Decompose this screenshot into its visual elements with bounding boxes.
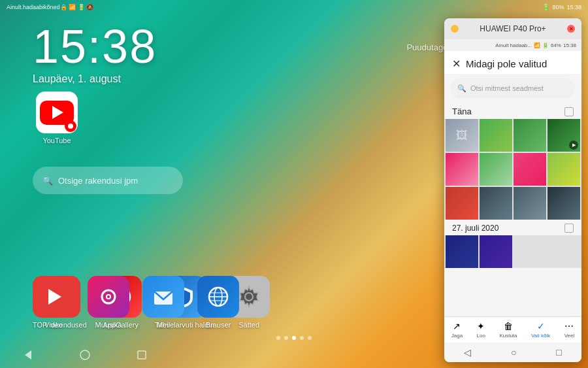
date-photo-grid [444,235,581,268]
panel-battery-icon: 🔋 [542,42,549,48]
youtube-badge [65,120,76,132]
photo-cell-8[interactable] [547,153,580,186]
panel-minimize-button[interactable] [451,25,459,33]
home-icon [79,349,91,361]
panel-select-all-button[interactable]: ✓ Vali kõik [531,321,550,339]
video-icon [33,276,74,318]
youtube-label: YouTube [42,137,71,144]
more-icon: ⋯ [564,321,574,331]
share-label: Jaga [451,333,463,339]
photo-cell-10[interactable] [480,187,512,220]
status-bar-right: 🔋 80% 15:38 [542,4,581,10]
panel-more-button[interactable]: ⋯ Veel [564,321,575,339]
page-dot-5[interactable] [308,336,312,340]
photo-cell-5[interactable] [446,153,478,186]
app-youtube[interactable]: YouTube [36,92,78,144]
page-dot-2[interactable] [284,336,288,340]
svg-point-10 [107,295,110,298]
panel-recents-button[interactable]: □ [556,347,561,358]
delete-icon: 🗑 [504,321,513,331]
panel-search[interactable]: 🔍 Otsi mitmest seadmest [451,78,575,99]
photo-cell-1[interactable]: 🖼 [446,119,478,152]
clock-area: 15:38 Laupäev, 1. august [33,20,157,85]
video-indicator: ▶ [569,141,578,150]
panel-photo-grid: 🖼 ▶ [444,119,581,220]
date-photo-1[interactable] [446,235,478,268]
app-brauser[interactable]: Brauser [197,276,239,329]
svg-marker-7 [48,289,61,305]
panel-bottom-toolbar: ↗ Jaga ✦ Loo 🗑 Kustuta ✓ Vali kõik ⋯ Vee… [444,316,581,343]
app-muusika[interactable]: Muusika [88,276,129,329]
recents-icon [136,349,148,361]
page-dots [276,336,312,340]
panel-create-button[interactable]: ✦ Loo [477,321,485,339]
panel: HUAWEI P40 Pro+ ✕ Ainult hadaab... 📶 🔋 6… [444,18,581,362]
photo-cell-12[interactable] [547,187,580,220]
browser-svg [205,284,231,310]
photo-cell-7[interactable] [514,153,546,186]
page-dot-3[interactable] [292,336,296,340]
photo-cell-4[interactable]: ▶ [547,119,580,152]
select-all-label: Vali kõik [531,333,550,339]
panel-title-text: HUAWEI P40 Pro+ [459,24,567,33]
page-dot-1[interactable] [276,336,280,340]
panel-date-label: 27. juuli 2020 [452,224,498,233]
panel-status-text: Ainult hadaab... [495,42,532,48]
app-video[interactable]: Video [33,276,74,329]
panel-close-x-button[interactable]: ✕ [452,58,461,70]
date-photo-3[interactable] [514,235,546,268]
page-dot-4[interactable] [300,336,304,340]
panel-nav-bar: ◁ ○ □ [444,343,581,362]
app-meil[interactable]: Meil [142,276,184,329]
panel-home-button[interactable]: ○ [511,347,516,358]
date-checkbox[interactable] [564,224,574,233]
panel-section-today: Täna [452,107,472,116]
video-label: Video [44,321,63,329]
panel-search-placeholder: Otsi mitmest seadmest [470,84,544,92]
home-button[interactable] [77,347,93,363]
panel-no-selection-text: Midagi pole valitud [466,58,547,69]
back-button[interactable] [20,347,36,363]
gear-svg [236,284,262,310]
panel-delete-button[interactable]: 🗑 Kustuta [499,321,517,339]
status-time: 15:38 [566,4,581,10]
more-label: Veel [564,333,575,339]
app-icons-top: YouTube [36,92,78,144]
panel-search-icon: 🔍 [457,84,466,93]
panel-status-time: 15:38 [563,42,576,48]
date-photo-2[interactable] [480,235,512,268]
photo-cell-11[interactable] [514,187,546,220]
photo-cell-9[interactable] [446,187,478,220]
battery-icon: 🔋 [542,4,549,10]
select-all-icon: ✓ [537,321,545,331]
date-photo-4[interactable] [547,235,580,268]
meil-label: Meil [157,321,170,329]
youtube-badge-inner [68,124,73,129]
photo-cell-2[interactable] [480,119,512,152]
satted-label: Sätted [238,321,259,329]
brauser-label: Brauser [206,321,231,329]
panel-back-button[interactable]: ◁ [464,347,471,358]
search-bar[interactable]: 🔍 Otsige rakendusi jpm [33,167,183,194]
status-bar-left: Ainult.hadaabikõned🔒 📶 🔋 🔕 [7,4,542,10]
create-icon: ✦ [477,321,485,331]
recents-button[interactable] [134,347,150,363]
mail-svg [150,284,176,310]
today-checkbox[interactable] [564,107,574,116]
battery-percent: 80% [552,4,564,10]
muusika-label: Muusika [95,321,122,329]
panel-share-button[interactable]: ↗ Jaga [451,321,463,339]
youtube-play-triangle [52,106,63,119]
panel-date-section: 27. juuli 2020 [444,220,581,235]
youtube-icon-img [36,92,78,133]
search-icon: 🔍 [42,176,53,186]
clock-time: 15:38 [33,20,157,73]
muusika-icon [88,276,129,318]
panel-header: ✕ Midagi pole valitud [444,51,581,74]
nav-bar [0,342,170,368]
photo-cell-3[interactable] [514,119,546,152]
brauser-icon [197,276,239,318]
photo-cell-6[interactable] [480,153,512,186]
clock-date: Laupäev, 1. august [33,73,157,85]
panel-close-button[interactable]: ✕ [567,25,575,33]
